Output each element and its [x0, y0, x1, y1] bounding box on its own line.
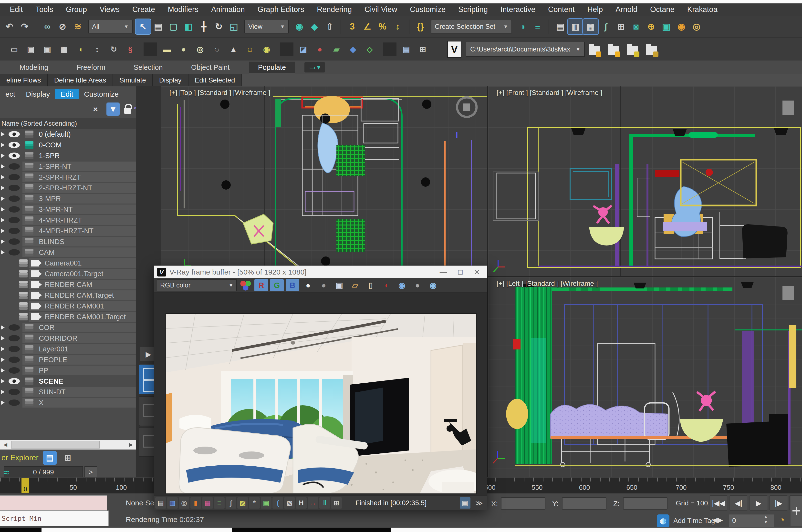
visibility-eye-icon[interactable] [8, 346, 20, 352]
menu-item[interactable]: Modifiers [161, 5, 205, 14]
edit-named-sets-icon[interactable]: {} [413, 19, 428, 34]
toolbar-icon[interactable] [36, 20, 36, 34]
vray-frame-buffer-window[interactable]: V V-Ray frame buffer - [50% of 1920 x 10… [154, 266, 487, 510]
rectangular-selection-icon[interactable]: ▢ [166, 19, 181, 34]
coordinate-system-dropdown[interactable]: View▼ [244, 20, 289, 34]
visibility-eye-icon[interactable] [8, 249, 20, 255]
menu-item[interactable]: Krakatoa [681, 5, 724, 14]
light-cone-icon[interactable]: ▲ [227, 42, 240, 56]
visibility-eye-icon[interactable] [8, 228, 20, 234]
red-channel-button[interactable]: R [255, 279, 268, 291]
align-icon[interactable]: ≡ [530, 19, 545, 34]
previous-frame-button[interactable]: ◀| [729, 495, 748, 511]
scene-explorer-toggle-icon[interactable]: ▤ [553, 19, 568, 34]
vray-sphere-icon[interactable]: ● [313, 42, 327, 56]
expand-arrow-icon[interactable] [1, 400, 5, 405]
toolbar-icon[interactable] [383, 42, 396, 56]
project-folder-settings-icon[interactable] [589, 46, 600, 55]
layer-name[interactable]: Camera001 [45, 259, 82, 267]
layer-name[interactable]: X [39, 399, 43, 407]
expand-arrow-icon[interactable] [1, 207, 5, 212]
green-channel-button[interactable]: G [270, 279, 284, 291]
expand-arrow-icon[interactable] [1, 358, 5, 362]
visibility-eye-icon[interactable] [8, 335, 20, 341]
expand-arrow-icon[interactable] [1, 379, 5, 383]
clear-filter-icon[interactable]: × [89, 102, 102, 116]
vray-proxy-icon[interactable]: ▰ [330, 42, 343, 56]
expand-arrow-icon[interactable] [1, 325, 5, 330]
ribbon-toggle-icon[interactable]: ▦ [583, 19, 598, 34]
redo-icon[interactable]: ↷ [17, 19, 32, 34]
menu-item[interactable]: Group [60, 5, 93, 14]
snaps-3d-toggle-icon[interactable]: 3 [345, 19, 360, 34]
menu-item[interactable]: Interactive [494, 5, 542, 14]
menu-item[interactable]: Scripting [452, 5, 494, 14]
stop-render-icon[interactable]: ● [411, 279, 424, 291]
expand-arrow-icon[interactable] [1, 143, 5, 147]
select-object-icon[interactable]: ↖ [135, 19, 151, 34]
layer-name[interactable]: 4-MPR-HRZT [39, 216, 82, 224]
visibility-eye-icon[interactable] [8, 399, 20, 406]
scrollbar-thumb[interactable] [11, 441, 99, 449]
hierarchy-mode-icon[interactable]: ⊞ [61, 451, 75, 464]
layer-name[interactable]: CAM [39, 248, 54, 256]
close-button[interactable]: ✕ [474, 268, 480, 277]
visibility-eye-icon[interactable] [8, 217, 20, 223]
layer-row[interactable]: CAM [0, 247, 136, 258]
expand-arrow-icon[interactable] [1, 186, 5, 190]
max-create-button[interactable]: + [790, 496, 802, 526]
vfb-curve-blue-icon[interactable]: ( [273, 497, 283, 509]
scroll-right-icon[interactable]: ► [126, 441, 136, 449]
expand-arrow-icon[interactable] [1, 175, 5, 179]
vray-toolbar-icon[interactable]: V [447, 41, 462, 58]
mini-curve-editor-icon[interactable]: ≈ [3, 467, 9, 478]
layer-name[interactable]: COR [39, 324, 54, 331]
vfb-save-all-icon[interactable]: ▤ [155, 497, 166, 509]
layer-row[interactable]: SUN-DT [0, 386, 136, 397]
light-plane-icon[interactable]: ▬ [160, 42, 174, 56]
z-coord-field[interactable] [623, 497, 668, 510]
layer-mode-icon[interactable]: ▤ [43, 451, 57, 464]
utility-grid-icon[interactable]: ⊞ [416, 42, 430, 56]
layer-name[interactable]: 0 (default) [39, 130, 71, 138]
name-column-header[interactable]: Name (Sorted Ascending) [0, 118, 139, 129]
schematic-view-icon[interactable]: ⊞ [613, 19, 629, 34]
ribbon-tab[interactable]: Freeform [68, 61, 114, 73]
rendered-frame-icon[interactable]: ▣ [659, 19, 674, 34]
visibility-eye-icon[interactable] [8, 174, 20, 180]
add-time-tag[interactable]: Add Time Tag [673, 517, 715, 525]
explorer-menu-item[interactable]: ect [0, 89, 20, 99]
vfb-bloom-icon[interactable]: * [249, 497, 260, 509]
menu-item[interactable]: Content [542, 5, 581, 14]
layer-name[interactable]: Layer001 [39, 345, 68, 353]
layer-name[interactable]: RENDER CAM [45, 281, 92, 289]
sub-ribbon-button[interactable]: Edit Selected [188, 74, 242, 87]
select-by-name-icon[interactable]: ▤ [151, 19, 166, 34]
vfb-stereo-icon[interactable]: ⊞ [331, 497, 342, 509]
toolbar-icon[interactable] [144, 42, 157, 56]
menu-item[interactable]: Rendering [311, 5, 358, 14]
play-button[interactable]: ▶ [749, 495, 768, 511]
project-folder-save-icon[interactable] [608, 46, 619, 55]
light-glow-icon[interactable]: ◎ [193, 42, 207, 56]
layer-row[interactable]: Layer001 [0, 344, 136, 354]
layer-row[interactable]: BLINDS [0, 236, 136, 247]
select-and-link-icon[interactable]: ∞ [40, 19, 55, 34]
project-folder-user-icon[interactable] [646, 46, 657, 55]
key-step-toggle[interactable]: ◀▶ [712, 516, 723, 524]
save-image-icon[interactable]: ▣ [333, 279, 346, 291]
region-render-icon[interactable]: ◖ [379, 279, 393, 291]
alpha-channel-icon[interactable]: ● [317, 279, 331, 291]
layer-name[interactable]: SCENE [39, 377, 63, 385]
menu-item[interactable]: Help [581, 5, 609, 14]
visibility-eye-icon[interactable] [8, 163, 20, 170]
unlink-selection-icon[interactable]: ⊘ [55, 19, 70, 34]
visibility-eye-icon[interactable] [8, 131, 20, 137]
percent-snap-icon[interactable]: % [375, 19, 390, 34]
layer-row[interactable]: 2-SPR-HRZT [0, 172, 136, 183]
layer-row[interactable]: RENDER CAM [0, 279, 136, 290]
layer-name[interactable]: 2-SPR-HRZT [39, 173, 81, 181]
snapshot-window-1-icon[interactable]: ▣ [24, 42, 38, 56]
layer-row[interactable]: 1-SPR [0, 150, 136, 161]
expand-arrow-icon[interactable] [1, 368, 5, 373]
